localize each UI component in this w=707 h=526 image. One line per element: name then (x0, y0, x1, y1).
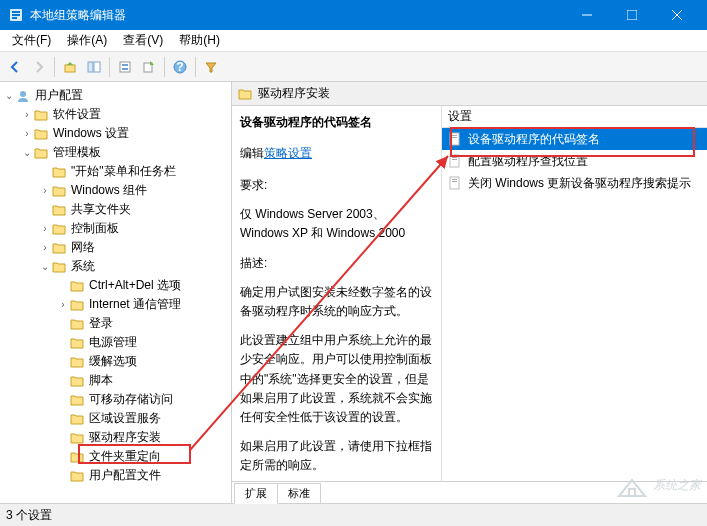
expand-icon[interactable]: › (38, 242, 52, 253)
toolbar-sep (109, 57, 110, 77)
description-text: 确定用户试图安装未经数字签名的设备驱动程序时系统的响应方式。 (240, 283, 433, 321)
tree-removable-storage[interactable]: 可移动存储访问 (2, 390, 229, 409)
menu-view[interactable]: 查看(V) (115, 30, 171, 51)
tree-shared-folders[interactable]: 共享文件夹 (2, 200, 229, 219)
folder-icon (52, 165, 68, 179)
tool-properties-icon[interactable] (114, 56, 136, 78)
app-icon (8, 7, 24, 23)
expand-icon[interactable]: › (38, 185, 52, 196)
tab-extended[interactable]: 扩展 (234, 483, 278, 504)
requirements-label: 要求: (240, 176, 433, 195)
tree-folder-redirect[interactable]: 文件夹重定向 (2, 447, 229, 466)
svg-rect-10 (94, 62, 100, 72)
close-button[interactable] (654, 0, 699, 30)
tree-network[interactable]: ›网络 (2, 238, 229, 257)
svg-rect-13 (122, 68, 128, 70)
folder-icon (52, 203, 68, 217)
svg-rect-5 (627, 10, 637, 20)
folder-icon (70, 355, 86, 369)
tree-locale-services[interactable]: 区域设置服务 (2, 409, 229, 428)
tree-software-settings[interactable]: › 软件设置 (2, 105, 229, 124)
svg-rect-21 (450, 155, 459, 167)
tree-windows-components[interactable]: ›Windows 组件 (2, 181, 229, 200)
svg-point-17 (20, 91, 26, 97)
tool-export-icon[interactable] (138, 56, 160, 78)
tree-driver-install[interactable]: 驱动程序安装 (2, 428, 229, 447)
folder-icon (70, 317, 86, 331)
policy-icon (448, 154, 464, 168)
collapse-icon[interactable]: ⌄ (20, 147, 34, 158)
list-item-code-signing[interactable]: 设备驱动程序的代码签名 (442, 128, 707, 150)
view-tabs: 扩展 标准 (232, 481, 707, 503)
list-item-wu-driver-prompt[interactable]: 关闭 Windows 更新设备驱动程序搜索提示 (442, 172, 707, 194)
folder-icon (52, 222, 68, 236)
breadcrumb-label: 驱动程序安装 (258, 85, 330, 102)
back-button[interactable] (4, 56, 26, 78)
tree-panel[interactable]: ⌄ 用户配置 › 软件设置 › Windows 设置 ⌄ 管理模板 "开始"菜单… (0, 82, 232, 503)
toolbar-sep (164, 57, 165, 77)
tab-standard[interactable]: 标准 (277, 483, 321, 503)
expand-icon[interactable]: › (38, 223, 52, 234)
minimize-button[interactable] (564, 0, 609, 30)
folder-icon (70, 374, 86, 388)
svg-rect-18 (450, 133, 459, 145)
forward-button[interactable] (28, 56, 50, 78)
menu-file[interactable]: 文件(F) (4, 30, 59, 51)
expand-icon[interactable]: › (20, 109, 34, 120)
svg-rect-8 (65, 65, 75, 72)
tree-start-menu[interactable]: "开始"菜单和任务栏 (2, 162, 229, 181)
svg-rect-20 (452, 137, 457, 138)
svg-rect-22 (452, 157, 457, 158)
folder-icon (34, 127, 50, 141)
svg-rect-3 (12, 17, 17, 19)
tree-internet-comm[interactable]: ›Internet 通信管理 (2, 295, 229, 314)
settings-list[interactable]: 设置 设备驱动程序的代码签名 配置驱动程序查找位置 关闭 Windows 更新设… (442, 106, 707, 481)
tree-ctrl-alt-del[interactable]: Ctrl+Alt+Del 选项 (2, 276, 229, 295)
list-header[interactable]: 设置 (442, 106, 707, 128)
tool-help-icon[interactable]: ? (169, 56, 191, 78)
tree-power-mgmt[interactable]: 电源管理 (2, 333, 229, 352)
folder-icon (70, 450, 86, 464)
status-text: 3 个设置 (6, 507, 52, 524)
collapse-icon[interactable]: ⌄ (2, 90, 16, 101)
description-text: 此设置建立组中用户系统上允许的最少安全响应。用户可以使用控制面板中的"系统"选择… (240, 331, 433, 427)
menu-help[interactable]: 帮助(H) (171, 30, 228, 51)
svg-rect-25 (452, 179, 457, 180)
folder-icon (34, 108, 50, 122)
tree-admin-templates[interactable]: ⌄ 管理模板 (2, 143, 229, 162)
menubar: 文件(F) 操作(A) 查看(V) 帮助(H) (0, 30, 707, 52)
description-text: 如果启用了此设置，请使用下拉框指定所需的响应。 (240, 437, 433, 475)
tree-user-config[interactable]: ⌄ 用户配置 (2, 86, 229, 105)
maximize-button[interactable] (609, 0, 654, 30)
list-item-driver-location[interactable]: 配置驱动程序查找位置 (442, 150, 707, 172)
tool-up-icon[interactable] (59, 56, 81, 78)
tool-show-hide-icon[interactable] (83, 56, 105, 78)
tree-scripts[interactable]: 脚本 (2, 371, 229, 390)
tree-mitigation[interactable]: 缓解选项 (2, 352, 229, 371)
policy-icon (448, 132, 464, 146)
svg-rect-26 (452, 181, 457, 182)
folder-icon (52, 184, 68, 198)
tree-system[interactable]: ⌄系统 (2, 257, 229, 276)
expand-icon[interactable]: › (56, 299, 70, 310)
svg-rect-9 (88, 62, 93, 72)
tree-user-profiles[interactable]: 用户配置文件 (2, 466, 229, 485)
tree-logon[interactable]: 登录 (2, 314, 229, 333)
policy-title: 设备驱动程序的代码签名 (240, 114, 433, 131)
edit-policy-link[interactable]: 策略设置 (264, 146, 312, 160)
detail-description: 设备驱动程序的代码签名 编辑策略设置 要求: 仅 Windows Server … (232, 106, 442, 481)
menu-action[interactable]: 操作(A) (59, 30, 115, 51)
tool-filter-icon[interactable] (200, 56, 222, 78)
toolbar-sep (195, 57, 196, 77)
folder-icon (70, 336, 86, 350)
svg-text:?: ? (176, 60, 183, 74)
folder-icon (70, 431, 86, 445)
folder-icon (34, 146, 50, 160)
toolbar: ? (0, 52, 707, 82)
collapse-icon[interactable]: ⌄ (38, 261, 52, 272)
svg-rect-24 (450, 177, 459, 189)
tree-windows-settings[interactable]: › Windows 设置 (2, 124, 229, 143)
expand-icon[interactable]: › (20, 128, 34, 139)
breadcrumb: 驱动程序安装 (232, 82, 707, 106)
tree-control-panel[interactable]: ›控制面板 (2, 219, 229, 238)
